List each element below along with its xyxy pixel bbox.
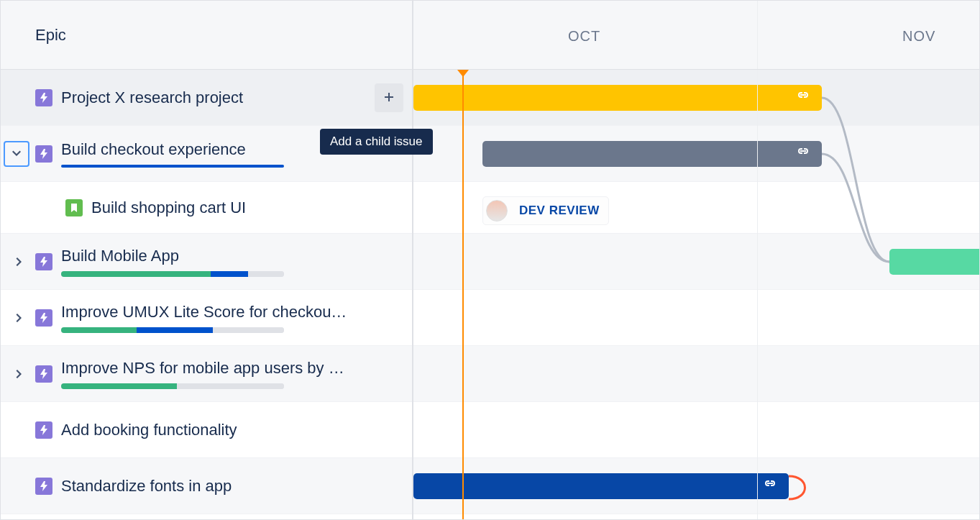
timeline-bar[interactable] [413,85,822,111]
link-icon[interactable] [761,477,777,496]
epic-type-icon [35,309,52,327]
epic-title[interactable]: Improve UMUX Lite Score for checkou… [61,303,403,321]
accent-underline [61,165,284,168]
today-caret-icon [457,70,469,77]
story-type-icon [65,199,83,216]
timeline-row [413,458,979,514]
epic-sidebar: Epic Project X research projectBuild che… [1,1,413,519]
progress-bar [61,383,284,389]
today-marker [462,70,464,519]
timeline-bar[interactable] [413,473,789,499]
month-label-1: NOV [902,28,935,45]
timeline-row: DEV REVIEW [413,182,979,234]
epic-title[interactable]: Project X research project [61,88,375,107]
progress-bar [61,271,284,277]
epic-title[interactable]: Add booking functionality [61,421,403,439]
status-chip[interactable]: DEV REVIEW [482,196,609,225]
add-child-button[interactable] [375,83,403,112]
epic-row[interactable]: Project X research project [1,70,412,126]
epic-type-icon [35,145,52,163]
expand-chevron[interactable] [4,141,29,167]
sidebar-header: Epic [1,1,412,70]
timeline-header: OCT NOV [413,1,979,70]
month-label-0: OCT [568,28,600,45]
add-child-tooltip: Add a child issue [320,129,433,155]
epic-type-icon [35,89,52,106]
epic-type-icon [35,421,52,439]
expand-chevron[interactable] [11,365,28,383]
progress-bar [61,327,284,333]
epic-row[interactable]: Improve NPS for mobile app users by … [1,346,412,402]
timeline-row [413,290,979,346]
expand-chevron[interactable] [11,309,28,327]
timeline-bar[interactable] [482,141,822,167]
timeline-bar[interactable] [889,249,979,275]
month-divider [757,1,758,69]
timeline-row [413,402,979,458]
epic-row[interactable]: Add booking functionality [1,402,412,458]
link-icon[interactable] [794,145,810,163]
epic-title[interactable]: Improve NPS for mobile app users by … [61,359,403,378]
epic-type-icon [35,365,52,383]
roadmap-app: Epic Project X research projectBuild che… [0,0,980,520]
epic-type-icon [35,253,52,270]
timeline-row [413,346,979,402]
status-label: DEV REVIEW [519,204,600,218]
timeline-panel[interactable]: OCT NOV DEV REVIEW [413,1,979,519]
epic-title[interactable]: Build Mobile App [61,247,403,265]
assignee-avatar[interactable] [486,200,508,222]
timeline-row-list: DEV REVIEW [413,70,979,514]
link-icon[interactable] [794,88,810,107]
expand-chevron[interactable] [11,253,28,270]
epic-type-icon [35,478,52,495]
child-row[interactable]: Build shopping cart UI [1,182,412,234]
timeline-row [413,234,979,290]
epic-title[interactable]: Standardize fonts in app [61,477,403,496]
child-title[interactable]: Build shopping cart UI [91,199,403,217]
sidebar-title: Epic [35,26,66,45]
timeline-row [413,70,979,126]
epic-row[interactable]: Improve UMUX Lite Score for checkou… [1,290,412,346]
month-divider-body [757,70,758,519]
epic-row[interactable]: Standardize fonts in app [1,458,412,514]
timeline-row [413,126,979,182]
epic-row[interactable]: Build Mobile App [1,234,412,290]
